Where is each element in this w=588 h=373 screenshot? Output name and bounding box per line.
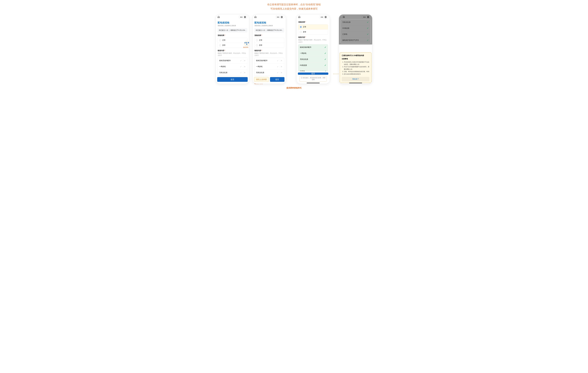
headline-text: 你之前有填写提交过该表单时，点击“自动填充”按钮 可自动填充上次提交内容，快速完… xyxy=(5,2,583,11)
home-icon[interactable] xyxy=(217,16,220,18)
home-icon[interactable] xyxy=(343,16,345,18)
close-target-icon[interactable] xyxy=(367,16,369,18)
tick-icon[interactable] xyxy=(276,71,279,74)
home-indicator xyxy=(307,83,320,83)
more-icon[interactable]: ••• xyxy=(321,16,323,18)
items-desc: 根据以下要求进行检查，符合点击勾，不符合点击叉 xyxy=(298,39,328,43)
check-item-label: 无私拉乱接 xyxy=(300,58,308,60)
result-options: 正常 异常 xyxy=(217,38,247,48)
check-item-label: 已接地 xyxy=(300,70,305,71)
miniprogram-capsule[interactable]: ••• xyxy=(319,15,328,19)
notice-sheet: 已填充你昨天11:54填写的内容 注意事项 开启仅拍照上传或水印功能的图片不会自… xyxy=(340,52,371,83)
check-item[interactable]: 无私拉乱接 xyxy=(254,70,284,76)
miniprogram-capsule[interactable]: ••• xyxy=(275,15,284,19)
option-label: 正常 xyxy=(259,39,262,41)
phone-autofill-outline: ••• 配电箱巡检 请按巡检人员按要求认真检查 你已提交 1 次 ｜ 最新提交于… xyxy=(252,14,286,84)
home-icon[interactable] xyxy=(298,16,301,18)
back-icon[interactable]: ‹ xyxy=(341,16,341,18)
sheet-notes-label: 注意事项 xyxy=(342,58,369,60)
more-icon[interactable]: ••• xyxy=(277,16,279,18)
acknowledge-button[interactable]: 我知道了 xyxy=(342,77,369,81)
more-icon[interactable]: ••• xyxy=(363,16,366,18)
miniprogram-capsule[interactable]: ••• xyxy=(362,15,371,19)
option-normal[interactable]: 正常 xyxy=(254,38,284,43)
check-item[interactable]: 一闸多机 xyxy=(218,64,247,70)
phone-autofill-circle: ••• 配电箱巡检 请按巡检人员按要求认真检查 你已提交 1 次 ｜ 最新提交于… xyxy=(216,14,249,84)
more-icon[interactable]: ••• xyxy=(240,16,243,18)
submit-button[interactable]: 提交 xyxy=(270,77,284,82)
check-item[interactable]: 无私拉乱接 xyxy=(218,70,247,76)
cross-icon[interactable] xyxy=(243,65,246,68)
section-result-label: 巡检结果* xyxy=(254,34,284,36)
cross-icon[interactable] xyxy=(243,59,246,62)
check-item[interactable]: 一闸多机 xyxy=(298,50,328,56)
close-target-icon[interactable] xyxy=(281,16,283,18)
note-item: 定位会自动替换成当前定位 xyxy=(344,73,369,75)
option-normal[interactable]: 正常 xyxy=(218,38,247,43)
check-item-label: PE线连接 xyxy=(342,27,349,29)
check-item-label: PE线连接 xyxy=(300,64,307,66)
check-item[interactable]: 箱体及箱内配件 xyxy=(254,58,284,64)
form-title: 配电箱巡检 xyxy=(254,21,284,24)
radio-icon xyxy=(219,44,221,46)
form-subtitle: 请按巡检人员按要求认真检查 xyxy=(218,25,247,27)
check-list: 箱体及箱内配件 一闸多机 无私拉乱接 xyxy=(254,57,284,76)
tick-icon[interactable] xyxy=(239,59,242,62)
result-options: 正常 异常 xyxy=(298,24,328,35)
cross-icon[interactable] xyxy=(280,71,283,74)
submit-button[interactable]: 提交 xyxy=(298,73,328,75)
check-item[interactable]: PE线连接 xyxy=(298,62,328,68)
fill-last-button[interactable]: 填充上次内容 xyxy=(254,77,269,82)
fill-success-toast[interactable]: 填充成功，填充的内容已标黄，查看说明 xyxy=(300,76,327,82)
check-item-label: 无私拉乱接 xyxy=(256,72,264,74)
cross-icon[interactable] xyxy=(243,71,246,74)
autofill-circle-button[interactable]: 自动 填充 xyxy=(244,41,249,46)
tick-icon[interactable] xyxy=(276,65,279,68)
section-result-label: 巡检结果* xyxy=(298,21,328,23)
cross-icon[interactable] xyxy=(280,59,283,62)
check-item[interactable]: 一闸多机 xyxy=(254,64,284,70)
items-desc: 根据以下要求进行检查，符合点击勾，不符合点击叉 xyxy=(218,52,247,56)
nav-bar: ••• xyxy=(216,14,249,19)
note-item: 开启只允许拍摄的视频不会自动填充，需要你重新上传 xyxy=(344,66,369,70)
home-icon[interactable] xyxy=(254,16,257,18)
close-target-icon[interactable] xyxy=(325,16,326,18)
tick-icon[interactable] xyxy=(239,71,242,74)
option-label: 异常 xyxy=(222,44,226,46)
history-text: 你已提交 1 次 ｜ 最新提交于今天11:54 xyxy=(219,29,245,31)
check-item-label: 已接地 xyxy=(342,33,347,35)
submit-button[interactable]: 提交 xyxy=(217,77,248,82)
tick-icon[interactable] xyxy=(276,59,279,62)
checked-icon xyxy=(324,70,327,71)
close-target-icon[interactable] xyxy=(244,16,246,18)
check-item: 已接地 xyxy=(341,31,370,37)
note-item: 开启仅拍照上传或水印功能的图片不会自动填充，需要你重新上传 xyxy=(344,61,369,66)
nav-bar: ••• xyxy=(296,14,330,19)
cross-icon[interactable] xyxy=(280,65,283,68)
sheet-notes-list: 开启仅拍照上传或水印功能的图片不会自动填充，需要你重新上传 开启只允许拍摄的视频… xyxy=(342,61,369,75)
check-item-label: 无私拉乱接 xyxy=(342,21,351,23)
submission-history[interactable]: 你已提交 1 次 ｜ 最新提交于今天11:54 › xyxy=(217,28,247,33)
option-abnormal[interactable]: 异常 xyxy=(298,29,328,34)
check-item[interactable]: 箱体及箱内配件 xyxy=(218,58,247,64)
option-abnormal[interactable]: 异常 xyxy=(254,43,284,48)
tick-icon[interactable] xyxy=(239,65,242,68)
check-list: 箱体及箱内配件 一闸多机 无私拉乱接 xyxy=(217,57,247,76)
miniprogram-capsule[interactable]: ••• xyxy=(239,15,247,19)
check-item: 无私拉乱接 xyxy=(341,19,370,25)
radio-icon xyxy=(219,39,221,41)
check-item[interactable]: 箱体及箱内配件 xyxy=(298,44,328,50)
checked-icon xyxy=(366,21,369,24)
check-item[interactable]: 已接地 xyxy=(298,68,328,71)
radio-icon xyxy=(300,31,302,33)
option-normal[interactable]: 正常 xyxy=(298,24,328,29)
option-abnormal[interactable]: 异常 xyxy=(218,43,247,48)
home-indicator xyxy=(349,83,362,83)
check-item-label: 一闸多机 xyxy=(219,66,226,68)
submission-history[interactable]: 你已提交 1 次 ｜ 最新提交于今天11:54 › xyxy=(254,28,284,33)
checked-icon xyxy=(366,39,369,42)
check-item[interactable]: 无私拉乱接 xyxy=(298,56,328,62)
phones-row: ••• 配电箱巡检 请按巡检人员按要求认真检查 你已提交 1 次 ｜ 最新提交于… xyxy=(5,14,583,85)
check-list: 箱体及箱内配件 一闸多机 无私拉乱接 PE线连接 已接地 xyxy=(298,44,328,71)
footer: 提交 填充成功，填充的内容已标黄，查看说明 xyxy=(296,71,330,84)
